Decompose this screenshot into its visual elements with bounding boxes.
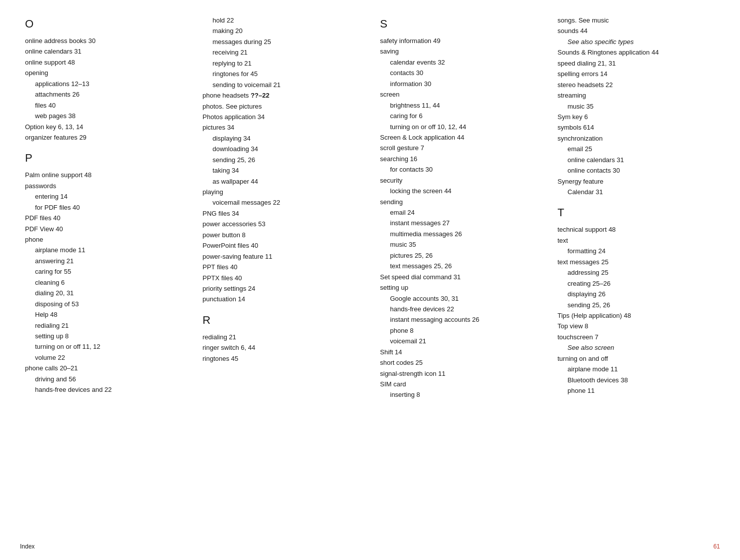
index-entry: inserting 8 — [390, 389, 538, 400]
index-entry: airplane mode 11 — [35, 245, 183, 255]
index-entry: SIM card — [380, 379, 538, 389]
index-entry: Sounds & Ringtones application 44 — [557, 47, 715, 58]
index-entry: driving and 56 — [35, 374, 183, 384]
index-entry: stereo headsets 22 — [557, 80, 715, 90]
index-entry: Synergy feature — [557, 176, 715, 187]
index-entry: touchscreen 7 — [557, 332, 715, 342]
index-entry: dialing 20, 31 — [35, 288, 183, 298]
section-letter-P: P — [25, 152, 183, 165]
index-entry: saving — [380, 46, 538, 57]
index-entry: taking 34 — [213, 165, 360, 176]
index-entry: scroll gesture 7 — [380, 143, 538, 153]
index-entry: setting up — [380, 282, 538, 293]
index-entry: searching 16 — [380, 154, 538, 164]
index-entry: power button 8 — [203, 230, 360, 240]
index-entry: displaying 26 — [567, 289, 715, 299]
index-entry: Calendar 31 — [567, 187, 715, 197]
index-entry: turning on and off — [557, 353, 715, 364]
index-entry: text messages 25, 26 — [390, 261, 538, 271]
index-entry: ringtones for 45 — [213, 69, 360, 79]
index-entry: symbols 614 — [557, 122, 715, 133]
index-entry: turning on or off 11, 12 — [35, 341, 183, 352]
index-entry: phone headsets ??–22 — [203, 90, 360, 101]
index-entry: Photos application 34 — [203, 112, 360, 122]
index-entry: sending to voicemail 21 — [213, 80, 360, 90]
index-entry: punctuation 14 — [203, 294, 360, 304]
index-entry: sending — [380, 197, 538, 207]
index-entry: online calendars 31 — [25, 46, 183, 57]
index-entry: organizer features 29 — [25, 132, 183, 143]
index-entry: information 30 — [390, 79, 538, 89]
index-entry: hands-free devices and 22 — [35, 384, 183, 395]
index-entry: addressing 25 — [567, 267, 715, 278]
index-entry: voicemail 21 — [390, 336, 538, 346]
index-entry: hands-free devices 22 — [390, 304, 538, 314]
index-entry: online support 48 — [25, 57, 183, 68]
index-entry: signal-strength icon 11 — [380, 368, 538, 379]
index-entry: ringtones 45 — [203, 353, 360, 364]
index-entry: safety information 49 — [380, 36, 538, 46]
index-entry: synchronization — [557, 133, 715, 144]
index-entry: songs. See music — [557, 15, 715, 26]
section-letter-R: R — [203, 314, 360, 327]
index-entry: pictures 25, 26 — [390, 250, 538, 261]
index-entry: sounds 44 — [557, 26, 715, 36]
index-entry: Google accounts 30, 31 — [390, 293, 538, 304]
index-entry: setting up 8 — [35, 331, 183, 341]
index-entry: PNG files 34 — [203, 208, 360, 219]
index-entry: replying to 21 — [213, 58, 360, 69]
index-entry: instant messaging accounts 26 — [390, 314, 538, 325]
section-letter-S: S — [380, 18, 538, 31]
index-entry: screen — [380, 89, 538, 100]
index-entry: PDF View 40 — [25, 224, 183, 234]
index-entry: Shift 14 — [380, 347, 538, 357]
index-entry: spelling errors 14 — [557, 69, 715, 79]
index-entry: disposing of 53 — [35, 299, 183, 309]
section-letter-O: O — [25, 18, 183, 31]
index-entry: locking the screen 44 — [390, 186, 538, 196]
index-entry: sending 25, 26 — [567, 300, 715, 310]
index-entry: volume 22 — [35, 352, 183, 363]
index-entry: online contacts 30 — [567, 165, 715, 176]
index-entry: phone 11 — [567, 385, 715, 396]
index-entry: speed dialing 21, 31 — [557, 58, 715, 69]
page-container: Oonline address books 30online calendars… — [20, 15, 720, 400]
index-entry: music 35 — [390, 239, 538, 250]
index-entry: calendar events 32 — [390, 57, 538, 68]
index-entry: Tips (Help application) 48 — [557, 310, 715, 321]
index-entry: hold 22 — [213, 15, 360, 26]
index-entry: instant messages 27 — [390, 218, 538, 228]
column-4: songs. See musicsounds 44See also specif… — [552, 15, 720, 400]
index-entry: web pages 38 — [35, 111, 183, 121]
index-entry: Palm online support 48 — [25, 170, 183, 180]
index-entry: receiving 21 — [213, 47, 360, 58]
section-letter-T: T — [557, 206, 715, 219]
index-entry: redialing 21 — [203, 332, 360, 342]
index-entry: formatting 24 — [567, 246, 715, 256]
index-entry: Help 48 — [35, 309, 183, 320]
index-entry: photos. See pictures — [203, 101, 360, 112]
index-entry: caring for 6 — [390, 111, 538, 121]
index-entry: text messages 25 — [557, 257, 715, 267]
index-entry: power-saving feature 11 — [203, 251, 360, 262]
index-entry: Screen & Lock application 44 — [380, 132, 538, 143]
index-entry: PowerPoint files 40 — [203, 240, 360, 251]
index-entry: PPTX files 40 — [203, 273, 360, 283]
index-entry: playing — [203, 187, 360, 197]
index-entry: making 20 — [213, 26, 360, 36]
index-entry: answering 21 — [35, 256, 183, 266]
index-entry: creating 25–26 — [567, 278, 715, 289]
index-entry: opening — [25, 68, 183, 78]
page-footer: Index 61 — [20, 543, 720, 550]
index-entry: streaming — [557, 90, 715, 101]
index-entry: files 40 — [35, 100, 183, 111]
index-entry: entering 14 — [35, 191, 183, 202]
index-entry: messages during 25 — [213, 37, 360, 47]
index-entry: technical support 48 — [557, 224, 715, 235]
index-entry: email 24 — [390, 207, 538, 218]
index-entry: brightness 11, 44 — [390, 100, 538, 111]
index-entry: pictures 34 — [203, 122, 360, 133]
index-entry: for contacts 30 — [390, 164, 538, 175]
column-1: Oonline address books 30online calendars… — [20, 15, 188, 400]
index-entry: airplane mode 11 — [567, 364, 715, 374]
